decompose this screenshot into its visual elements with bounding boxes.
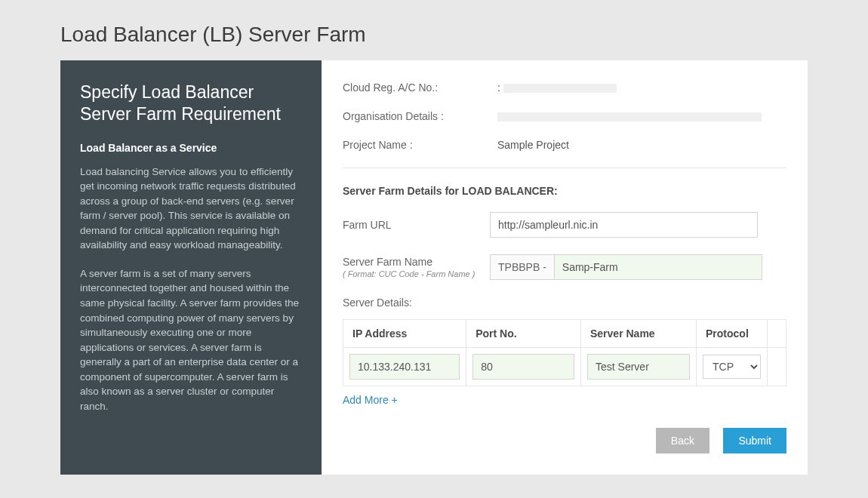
farm-url-input[interactable] — [490, 212, 758, 238]
organisation-label: Organisation Details : — [343, 110, 497, 122]
cloud-reg-label: Cloud Reg. A/C No.: — [343, 81, 497, 94]
back-button[interactable]: Back — [656, 428, 709, 453]
info-sidebar: Specify Load Balancer Server Farm Requir… — [60, 60, 322, 475]
content-panel: Specify Load Balancer Server Farm Requir… — [60, 60, 808, 475]
protocol-select[interactable]: TCP — [703, 355, 761, 379]
server-details-label: Server Details: — [343, 297, 786, 309]
col-ip: IP Address — [343, 320, 466, 348]
server-details-table: IP Address Port No. Server Name Protocol — [343, 319, 786, 386]
farm-name-input[interactable] — [554, 254, 762, 280]
ip-address-input[interactable] — [349, 354, 460, 380]
project-name-value: Sample Project — [497, 139, 786, 151]
page-title: Load Balancer (LB) Server Farm — [60, 23, 808, 47]
port-input[interactable] — [472, 354, 574, 380]
redacted-text — [497, 112, 762, 121]
sidebar-subheading: Load Balancer as a Service — [80, 142, 302, 154]
sidebar-paragraph-1: Load balancing Service allows you to eff… — [80, 164, 302, 253]
redacted-text — [503, 84, 617, 93]
project-name-label: Project Name : — [343, 139, 497, 151]
submit-button[interactable]: Submit — [723, 428, 786, 453]
divider — [343, 168, 786, 168]
organisation-value — [497, 110, 786, 122]
sidebar-heading: Specify Load Balancer Server Farm Requir… — [80, 81, 302, 125]
col-protocol: Protocol — [697, 320, 768, 348]
farm-url-label: Farm URL — [343, 219, 490, 231]
table-row: TCP — [343, 348, 786, 386]
farm-name-label: Server Farm Name — [343, 256, 432, 268]
farm-name-hint: ( Format: CUC Code - Farm Name ) — [343, 269, 490, 278]
server-name-input[interactable] — [587, 354, 690, 380]
col-spacer — [767, 320, 786, 348]
main-form: Cloud Reg. A/C No.: : Organisation Detai… — [322, 60, 808, 475]
col-server: Server Name — [581, 320, 697, 348]
add-more-link[interactable]: Add More + — [343, 394, 398, 406]
cloud-reg-value: : — [497, 81, 786, 94]
server-farm-section-title: Server Farm Details for LOAD BALANCER: — [343, 185, 786, 197]
farm-name-prefix: TPBBPB - — [490, 254, 554, 280]
col-port: Port No. — [466, 320, 581, 348]
sidebar-paragraph-2: A server farm is a set of many servers i… — [80, 266, 302, 414]
